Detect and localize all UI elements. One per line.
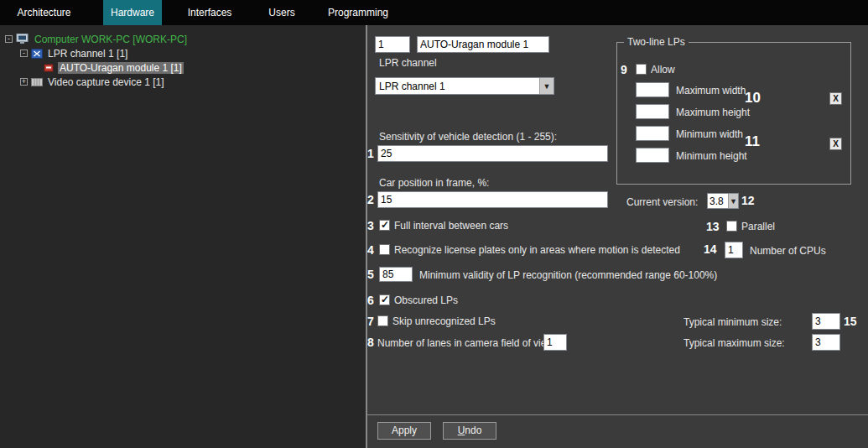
recognize-motion-label: Recognize license plates only in areas w…	[394, 244, 680, 256]
settings-panel: LPR channel LPR channel 1 ▼ Two-line LPs…	[367, 25, 868, 448]
callout-15: 15	[844, 315, 857, 328]
sensitivity-label: Sensitivity of vehicle detection (1 - 25…	[379, 131, 557, 143]
typical-min-label: Typical minimum size:	[683, 316, 782, 328]
max-size-close-button[interactable]: X	[829, 92, 842, 105]
max-height-input[interactable]	[636, 104, 669, 119]
tab-bar: Architecture Hardware Interfaces Users P…	[0, 0, 868, 25]
tree-item-lpr-channel[interactable]: - LPR channel 1 [1]	[0, 46, 366, 60]
tab-architecture[interactable]: Architecture	[0, 0, 88, 25]
tree-item-label: Video capture device 1 [1]	[46, 76, 166, 88]
parallel-checkbox[interactable]	[726, 221, 737, 232]
callout-12: 12	[741, 194, 755, 207]
min-width-input[interactable]	[636, 126, 669, 141]
callout-6: 6	[367, 294, 374, 307]
expand-toggle-icon[interactable]: +	[20, 78, 28, 86]
skip-unrecognized-checkbox[interactable]	[377, 315, 388, 326]
max-height-label: Maximum height	[676, 107, 750, 118]
callout-8: 8	[367, 336, 374, 349]
video-device-icon	[31, 77, 43, 87]
obscured-lps-checkbox[interactable]	[379, 294, 390, 305]
module-name-input[interactable]	[417, 36, 549, 53]
tree-item-label: AUTO-Uragan module 1 [1]	[58, 62, 184, 74]
min-height-label: Minimum height	[676, 150, 747, 162]
obscured-lps-label: Obscured LPs	[394, 294, 458, 306]
button-area-divider	[367, 414, 868, 415]
typical-min-input[interactable]	[812, 313, 840, 330]
module-icon	[44, 63, 55, 73]
callout-13: 13	[706, 220, 720, 233]
min-size-close-button[interactable]: X	[829, 138, 842, 150]
tab-hardware[interactable]: Hardware	[103, 0, 162, 25]
min-validity-label: Minimum validity of LP recognition (reco…	[419, 269, 717, 281]
callout-2: 2	[367, 193, 374, 206]
sensitivity-input[interactable]	[377, 145, 608, 162]
lpr-channel-label: LPR channel	[379, 57, 437, 69]
chevron-down-icon: ▼	[539, 78, 554, 94]
parallel-label: Parallel	[741, 221, 775, 232]
current-version-value: 3.8	[708, 195, 728, 207]
cpus-input[interactable]	[725, 242, 743, 258]
typical-max-input[interactable]	[812, 334, 840, 351]
car-position-label: Car position in frame, %:	[379, 177, 489, 189]
callout-4: 4	[367, 243, 374, 257]
computer-icon	[16, 34, 29, 44]
min-height-input[interactable]	[636, 148, 669, 163]
tree-item-computer[interactable]: - Computer WORK-PC [WORK-PC]	[0, 32, 366, 46]
callout-7: 7	[367, 315, 374, 328]
collapse-toggle-icon[interactable]: -	[20, 49, 28, 57]
apply-button[interactable]: Apply	[377, 422, 431, 440]
module-id-input[interactable]	[375, 36, 410, 53]
allow-checkbox[interactable]	[636, 64, 647, 75]
tab-interfaces[interactable]: Interfaces	[172, 0, 247, 25]
collapse-toggle-icon[interactable]: -	[5, 35, 13, 43]
recognize-motion-checkbox[interactable]	[379, 244, 390, 255]
undo-button-label: Undo	[444, 423, 496, 439]
callout-5: 5	[367, 268, 374, 281]
tree-item-uragan-module[interactable]: AUTO-Uragan module 1 [1]	[0, 60, 366, 75]
cpus-label: Number of CPUs	[750, 245, 826, 257]
lanes-label: Number of lanes in camera field of view:	[377, 337, 556, 349]
callout-9: 9	[621, 63, 627, 76]
callout-1: 1	[367, 147, 374, 160]
tab-users[interactable]: Users	[252, 0, 311, 25]
current-version-select[interactable]: 3.8 ▼	[707, 193, 739, 209]
car-position-input[interactable]	[377, 191, 608, 208]
typical-max-label: Typical maximum size:	[683, 337, 785, 349]
callout-14: 14	[704, 242, 717, 256]
allow-label: Allow	[651, 64, 675, 76]
callout-3: 3	[367, 219, 374, 232]
callout-11: 11	[745, 133, 760, 150]
tree-item-video-device[interactable]: + Video capture device 1 [1]	[0, 75, 366, 89]
lpr-channel-icon	[31, 49, 43, 59]
chevron-down-icon: ▼	[728, 194, 738, 208]
skip-unrecognized-label: Skip unrecognized LPs	[392, 315, 496, 327]
lpr-channel-value: LPR channel 1	[376, 81, 539, 92]
two-line-lps-title: Two-line LPs	[624, 36, 689, 48]
full-interval-checkbox[interactable]	[379, 220, 390, 231]
max-width-label: Maximum width	[676, 85, 746, 96]
undo-button[interactable]: Undo	[443, 422, 496, 440]
min-width-label: Minimum width	[676, 128, 743, 140]
tree-item-label: Computer WORK-PC [WORK-PC]	[33, 34, 189, 45]
lanes-input[interactable]	[543, 334, 567, 351]
callout-10: 10	[745, 90, 761, 107]
device-tree: - Computer WORK-PC [WORK-PC] - LPR chann…	[0, 25, 367, 448]
full-interval-label: Full interval between cars	[394, 220, 508, 232]
min-validity-input[interactable]	[379, 267, 413, 282]
tab-programming[interactable]: Programming	[316, 0, 400, 25]
apply-button-label: Apply	[378, 423, 430, 439]
tree-item-label: LPR channel 1 [1]	[46, 48, 129, 60]
current-version-label: Current version:	[626, 196, 698, 208]
max-width-input[interactable]	[636, 82, 669, 97]
lpr-channel-select[interactable]: LPR channel 1 ▼	[375, 77, 554, 95]
